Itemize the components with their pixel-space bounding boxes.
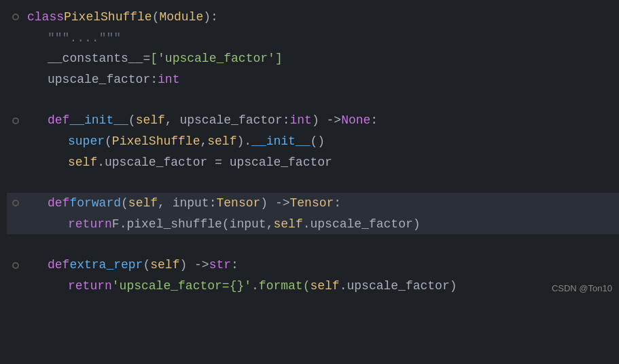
code-line — [7, 234, 619, 255]
code-token: , — [200, 131, 207, 152]
code-token: self — [310, 276, 339, 297]
code-token: .upscale_factor = upscale_factor — [97, 152, 332, 173]
code-token: .upscale_factor) — [303, 214, 421, 235]
code-token: ) -> — [179, 255, 209, 276]
code-token: 'upscale_factor={}'.format( — [112, 276, 311, 297]
code-token: class — [27, 7, 64, 28]
code-token: ). — [236, 131, 251, 152]
code-token: self — [273, 214, 302, 235]
code-line: class PixelShuffle(Module): — [7, 7, 619, 28]
code-token: self — [207, 131, 236, 152]
code-token: ( — [152, 7, 160, 28]
code-token: PixelShuffle — [64, 7, 152, 28]
code-token: = — [143, 48, 150, 69]
code-token: Module — [159, 7, 203, 28]
code-token: self — [68, 152, 97, 173]
code-line: upscale_factor: int — [7, 69, 619, 90]
code-token: ['upscale_factor'] — [150, 48, 282, 69]
breakpoint-dot[interactable] — [12, 262, 19, 269]
breakpoint-dot[interactable] — [12, 200, 19, 206]
code-token: ) -> — [260, 193, 289, 214]
code-token: int — [158, 69, 179, 90]
code-token: ( — [105, 131, 112, 152]
code-token: .pixel_shuffle( — [120, 214, 230, 235]
code-token: self — [150, 255, 179, 276]
code-token: __constants__ — [48, 48, 143, 69]
code-line: """ .... """ — [7, 28, 619, 49]
breakpoint-dot[interactable] — [12, 14, 19, 20]
code-token: super — [68, 131, 105, 152]
code-token: def — [48, 193, 69, 214]
code-token: """ — [99, 28, 121, 49]
code-token: extra_repr — [69, 255, 143, 276]
code-token: .... — [69, 28, 99, 49]
code-line: return F.pixel_shuffle(input, self.upsca… — [7, 214, 619, 235]
code-token: : — [334, 193, 341, 214]
code-token: return — [68, 276, 112, 297]
code-line: def __init__(self, upscale_factor: int) … — [7, 110, 619, 131]
code-token: upscale_factor — [48, 69, 150, 90]
code-line: __constants__ = ['upscale_factor'] — [7, 48, 619, 69]
code-line — [7, 172, 619, 193]
code-token: input — [230, 214, 266, 235]
code-token: __init__ — [69, 110, 128, 131]
code-token: : — [150, 69, 158, 90]
code-line: super(PixelShuffle, self).__init__() — [7, 131, 619, 152]
code-line: self.upscale_factor = upscale_factor — [7, 152, 619, 173]
code-token: F — [112, 214, 120, 235]
code-token: def — [48, 110, 69, 131]
code-token: self — [136, 110, 165, 131]
code-line: return 'upscale_factor={}'.format(self.u… — [7, 276, 619, 297]
code-token: return — [68, 214, 112, 235]
code-token: Tensor — [290, 193, 334, 214]
code-token: () — [311, 131, 325, 152]
code-token: forward — [69, 193, 121, 214]
code-token: , input: — [158, 193, 216, 214]
code-token: """ — [48, 28, 69, 49]
code-token: self — [128, 193, 158, 214]
code-token: int — [290, 110, 312, 131]
code-token: ) -> — [312, 110, 341, 131]
code-token: .upscale_factor) — [340, 276, 457, 297]
code-token: , — [266, 214, 274, 235]
breakpoint-dot[interactable] — [12, 117, 19, 124]
code-token: def — [48, 255, 69, 276]
code-line — [7, 90, 619, 110]
code-editor: class PixelShuffle(Module):""" .... """_… — [0, 0, 619, 304]
code-token: ( — [143, 255, 150, 276]
code-token: ( — [128, 110, 136, 131]
code-token: ): — [203, 7, 218, 28]
code-token: : — [231, 255, 238, 276]
code-line: def forward(self, input: Tensor) -> Tens… — [7, 193, 619, 214]
code-line: def extra_repr(self) -> str: — [7, 255, 619, 276]
code-token: PixelShuffle — [112, 131, 200, 152]
code-token: : — [370, 110, 378, 131]
watermark: CSDN @Ton10 — [552, 281, 612, 296]
code-token: ( — [121, 193, 128, 214]
code-token: __init__ — [251, 131, 310, 152]
code-token: str — [209, 255, 231, 276]
code-token: Tensor — [216, 193, 260, 214]
code-token: None — [341, 110, 370, 131]
code-token: , upscale_factor: — [165, 110, 290, 131]
